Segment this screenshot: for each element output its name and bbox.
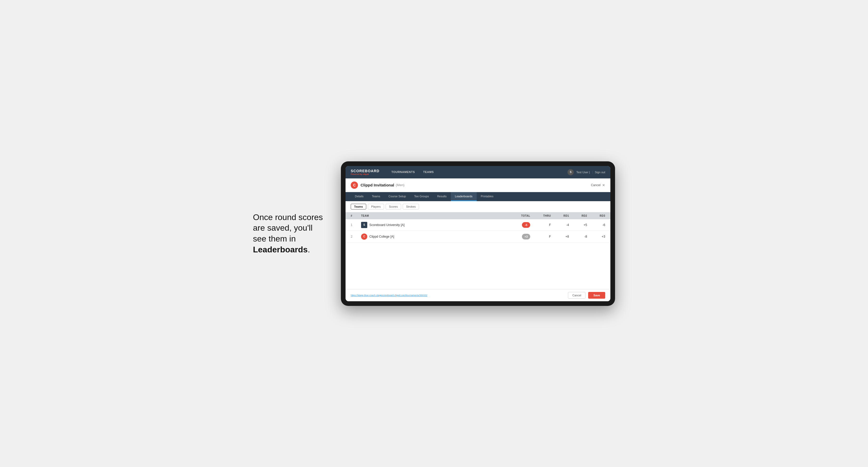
tab-course-setup[interactable]: Course Setup xyxy=(384,192,410,201)
logo-powered: Powered by clippd xyxy=(351,173,379,175)
page-wrapper: Once round scores are saved, you'll see … xyxy=(253,161,615,306)
rd1-2: +8 xyxy=(551,235,569,239)
logo-text: SCOREBOARD xyxy=(351,169,379,173)
header-rd2: RD2 xyxy=(569,214,587,217)
sidebar-description: Once round scores are saved, you'll see … xyxy=(253,212,326,255)
rd2-1: +5 xyxy=(569,223,587,227)
close-icon: ✕ xyxy=(602,183,605,187)
filter-strokes[interactable]: Strokes xyxy=(403,204,419,210)
rd3-1: -6 xyxy=(587,223,605,227)
rd2-2: -8 xyxy=(569,235,587,239)
tab-leaderboards[interactable]: Leaderboards xyxy=(451,192,477,201)
rd3-2: +3 xyxy=(587,235,605,239)
filter-bar: Teams Players Scores Strokes xyxy=(345,201,610,212)
team-logo-2: C xyxy=(361,234,367,240)
table-row: 2 C Clippd College [A] +3 F +8 -8 +3 xyxy=(345,231,610,243)
header-total: TOTAL xyxy=(509,214,530,217)
tab-nav: Details Teams Course Setup Tee Groups Re… xyxy=(345,192,610,201)
team-name-1: S Scoreboard University [A] xyxy=(361,222,509,228)
tablet-device: SCOREBOARD Powered by clippd TOURNAMENTS… xyxy=(341,161,615,306)
footer-actions: Cancel Save xyxy=(568,292,605,299)
header-thru: THRU xyxy=(530,214,551,217)
total-score-1: -5 xyxy=(509,222,530,228)
content-area xyxy=(345,243,610,289)
thru-1: F xyxy=(530,223,551,227)
user-name: Test User | xyxy=(576,171,590,174)
cancel-header-button[interactable]: Cancel ✕ xyxy=(591,183,605,187)
tab-details[interactable]: Details xyxy=(351,192,368,201)
save-button[interactable]: Save xyxy=(588,292,605,299)
tab-teams[interactable]: Teams xyxy=(368,192,384,201)
filter-teams[interactable]: Teams xyxy=(351,204,366,210)
tablet-screen: SCOREBOARD Powered by clippd TOURNAMENTS… xyxy=(345,166,610,301)
tournament-header: C Clippd Invitational (Men) Cancel ✕ xyxy=(345,179,610,192)
tab-tee-groups[interactable]: Tee Groups xyxy=(410,192,433,201)
footer-url: https://stage-blue-coach.stagescoreboard… xyxy=(351,294,427,297)
nav-tournaments[interactable]: TOURNAMENTS xyxy=(387,166,419,179)
tournament-title: Clippd Invitational xyxy=(361,183,394,187)
rd1-1: -4 xyxy=(551,223,569,227)
filter-scores[interactable]: Scores xyxy=(385,204,401,210)
header-rd1: RD1 xyxy=(551,214,569,217)
nav-right: S Test User | Sign out xyxy=(567,169,605,175)
rank-2: 2 xyxy=(351,235,361,239)
top-nav: SCOREBOARD Powered by clippd TOURNAMENTS… xyxy=(345,166,610,179)
tab-printables[interactable]: Printables xyxy=(477,192,498,201)
filter-players[interactable]: Players xyxy=(368,204,384,210)
score-badge-2: +3 xyxy=(522,234,530,240)
table-header: # TEAM TOTAL THRU RD1 RD2 RD3 xyxy=(345,212,610,219)
nav-teams[interactable]: TEAMS xyxy=(419,166,438,179)
header-rank: # xyxy=(351,214,361,217)
header-team: TEAM xyxy=(361,214,509,217)
rank-1: 1 xyxy=(351,223,361,227)
tournament-icon: C xyxy=(351,182,358,189)
tournament-subtitle: (Men) xyxy=(396,183,404,187)
sign-out-link[interactable]: Sign out xyxy=(593,171,605,174)
tab-results[interactable]: Results xyxy=(433,192,451,201)
header-rd3: RD3 xyxy=(587,214,605,217)
logo-area: SCOREBOARD Powered by clippd xyxy=(351,169,379,175)
score-badge-1: -5 xyxy=(522,222,530,228)
cancel-button[interactable]: Cancel xyxy=(568,292,586,299)
footer-bar: https://stage-blue-coach.stagescoreboard… xyxy=(345,289,610,301)
team-logo-1: S xyxy=(361,222,367,228)
thru-2: F xyxy=(530,235,551,239)
table-row: 1 S Scoreboard University [A] -5 F -4 +5… xyxy=(345,219,610,231)
leaderboards-emphasis: Leaderboards xyxy=(253,245,308,254)
leaderboard-table: # TEAM TOTAL THRU RD1 RD2 RD3 1 S Scoreb… xyxy=(345,212,610,243)
nav-links: TOURNAMENTS TEAMS xyxy=(387,166,438,179)
total-score-2: +3 xyxy=(509,234,530,240)
user-avatar: S xyxy=(567,169,574,175)
team-name-2: C Clippd College [A] xyxy=(361,234,509,240)
